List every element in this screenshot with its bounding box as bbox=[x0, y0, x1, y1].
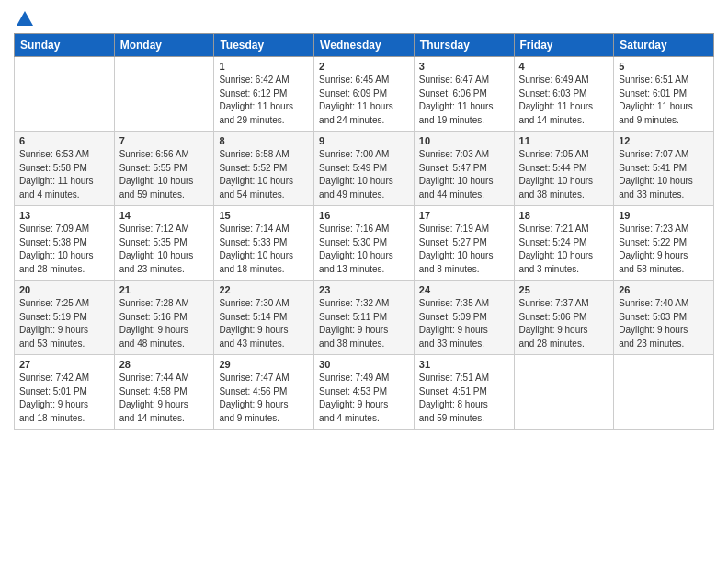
calendar-cell: 14Sunrise: 7:12 AM Sunset: 5:35 PM Dayli… bbox=[114, 206, 214, 281]
day-number: 15 bbox=[219, 210, 309, 221]
calendar-cell bbox=[614, 355, 714, 430]
day-number: 6 bbox=[19, 135, 109, 146]
calendar-cell bbox=[114, 57, 214, 132]
day-info: Sunrise: 7:28 AM Sunset: 5:16 PM Dayligh… bbox=[119, 297, 210, 350]
weekday-header-tuesday: Tuesday bbox=[214, 34, 314, 57]
calendar-cell: 5Sunrise: 6:51 AM Sunset: 6:01 PM Daylig… bbox=[614, 57, 714, 132]
calendar-cell: 7Sunrise: 6:56 AM Sunset: 5:55 PM Daylig… bbox=[114, 132, 214, 206]
day-info: Sunrise: 7:30 AM Sunset: 5:14 PM Dayligh… bbox=[219, 297, 309, 350]
day-number: 16 bbox=[319, 210, 409, 221]
calendar-cell: 15Sunrise: 7:14 AM Sunset: 5:33 PM Dayli… bbox=[214, 206, 314, 281]
day-number: 27 bbox=[19, 359, 109, 370]
day-number: 5 bbox=[619, 61, 709, 72]
day-info: Sunrise: 7:44 AM Sunset: 4:58 PM Dayligh… bbox=[119, 372, 210, 425]
weekday-header-monday: Monday bbox=[114, 34, 214, 57]
day-info: Sunrise: 7:32 AM Sunset: 5:11 PM Dayligh… bbox=[319, 297, 409, 350]
calendar-cell: 30Sunrise: 7:49 AM Sunset: 4:53 PM Dayli… bbox=[314, 355, 415, 430]
calendar-cell: 29Sunrise: 7:47 AM Sunset: 4:56 PM Dayli… bbox=[214, 355, 314, 430]
calendar-cell: 3Sunrise: 6:47 AM Sunset: 6:06 PM Daylig… bbox=[414, 57, 514, 132]
day-info: Sunrise: 7:37 AM Sunset: 5:06 PM Dayligh… bbox=[519, 297, 609, 350]
day-number: 31 bbox=[419, 359, 509, 370]
week-row-3: 13Sunrise: 7:09 AM Sunset: 5:38 PM Dayli… bbox=[15, 206, 714, 281]
day-info: Sunrise: 7:42 AM Sunset: 5:01 PM Dayligh… bbox=[19, 372, 109, 425]
week-row-5: 27Sunrise: 7:42 AM Sunset: 5:01 PM Dayli… bbox=[15, 355, 714, 430]
day-number: 23 bbox=[319, 284, 409, 295]
calendar-cell: 16Sunrise: 7:16 AM Sunset: 5:30 PM Dayli… bbox=[314, 206, 415, 281]
day-number: 8 bbox=[219, 135, 309, 146]
calendar-cell: 2Sunrise: 6:45 AM Sunset: 6:09 PM Daylig… bbox=[314, 57, 415, 132]
day-number: 25 bbox=[519, 284, 609, 295]
calendar-cell: 23Sunrise: 7:32 AM Sunset: 5:11 PM Dayli… bbox=[314, 281, 415, 355]
day-number: 30 bbox=[319, 359, 409, 370]
day-info: Sunrise: 7:16 AM Sunset: 5:30 PM Dayligh… bbox=[319, 223, 409, 276]
day-info: Sunrise: 7:14 AM Sunset: 5:33 PM Dayligh… bbox=[219, 223, 309, 276]
day-number: 20 bbox=[19, 284, 109, 295]
weekday-header-friday: Friday bbox=[514, 34, 614, 57]
calendar-cell: 9Sunrise: 7:00 AM Sunset: 5:49 PM Daylig… bbox=[314, 132, 415, 206]
header bbox=[14, 9, 714, 26]
day-info: Sunrise: 6:47 AM Sunset: 6:06 PM Dayligh… bbox=[419, 74, 509, 127]
day-number: 19 bbox=[619, 210, 709, 221]
svg-marker-0 bbox=[17, 11, 33, 26]
day-number: 12 bbox=[619, 135, 709, 146]
calendar-cell: 4Sunrise: 6:49 AM Sunset: 6:03 PM Daylig… bbox=[514, 57, 614, 132]
day-info: Sunrise: 7:09 AM Sunset: 5:38 PM Dayligh… bbox=[19, 223, 109, 276]
day-number: 24 bbox=[419, 284, 509, 295]
calendar-cell: 28Sunrise: 7:44 AM Sunset: 4:58 PM Dayli… bbox=[114, 355, 214, 430]
day-number: 10 bbox=[419, 135, 509, 146]
day-info: Sunrise: 7:07 AM Sunset: 5:41 PM Dayligh… bbox=[619, 148, 709, 201]
calendar-cell: 18Sunrise: 7:21 AM Sunset: 5:24 PM Dayli… bbox=[514, 206, 614, 281]
calendar-cell: 1Sunrise: 6:42 AM Sunset: 6:12 PM Daylig… bbox=[214, 57, 314, 132]
day-info: Sunrise: 7:49 AM Sunset: 4:53 PM Dayligh… bbox=[319, 372, 409, 425]
day-number: 13 bbox=[19, 210, 109, 221]
calendar-cell: 27Sunrise: 7:42 AM Sunset: 5:01 PM Dayli… bbox=[15, 355, 115, 430]
calendar-cell: 21Sunrise: 7:28 AM Sunset: 5:16 PM Dayli… bbox=[114, 281, 214, 355]
calendar-cell: 22Sunrise: 7:30 AM Sunset: 5:14 PM Dayli… bbox=[214, 281, 314, 355]
day-info: Sunrise: 6:58 AM Sunset: 5:52 PM Dayligh… bbox=[219, 148, 309, 201]
day-number: 11 bbox=[519, 135, 609, 146]
calendar-cell: 12Sunrise: 7:07 AM Sunset: 5:41 PM Dayli… bbox=[614, 132, 714, 206]
day-info: Sunrise: 6:49 AM Sunset: 6:03 PM Dayligh… bbox=[519, 74, 609, 127]
day-number: 3 bbox=[419, 61, 509, 72]
day-number: 26 bbox=[619, 284, 709, 295]
weekday-header-thursday: Thursday bbox=[414, 34, 514, 57]
day-number: 28 bbox=[119, 359, 210, 370]
day-info: Sunrise: 6:45 AM Sunset: 6:09 PM Dayligh… bbox=[319, 74, 409, 127]
day-number: 29 bbox=[219, 359, 309, 370]
day-info: Sunrise: 7:23 AM Sunset: 5:22 PM Dayligh… bbox=[619, 223, 709, 276]
day-info: Sunrise: 7:03 AM Sunset: 5:47 PM Dayligh… bbox=[419, 148, 509, 201]
calendar-cell: 17Sunrise: 7:19 AM Sunset: 5:27 PM Dayli… bbox=[414, 206, 514, 281]
day-info: Sunrise: 7:35 AM Sunset: 5:09 PM Dayligh… bbox=[419, 297, 509, 350]
day-info: Sunrise: 6:56 AM Sunset: 5:55 PM Dayligh… bbox=[119, 148, 210, 201]
day-info: Sunrise: 6:42 AM Sunset: 6:12 PM Dayligh… bbox=[219, 74, 309, 127]
day-number: 21 bbox=[119, 284, 210, 295]
day-info: Sunrise: 7:47 AM Sunset: 4:56 PM Dayligh… bbox=[219, 372, 309, 425]
day-info: Sunrise: 7:00 AM Sunset: 5:49 PM Dayligh… bbox=[319, 148, 409, 201]
day-info: Sunrise: 7:12 AM Sunset: 5:35 PM Dayligh… bbox=[119, 223, 210, 276]
calendar-cell bbox=[514, 355, 614, 430]
calendar-cell: 10Sunrise: 7:03 AM Sunset: 5:47 PM Dayli… bbox=[414, 132, 514, 206]
calendar-cell: 26Sunrise: 7:40 AM Sunset: 5:03 PM Dayli… bbox=[614, 281, 714, 355]
calendar-cell: 31Sunrise: 7:51 AM Sunset: 4:51 PM Dayli… bbox=[414, 355, 514, 430]
day-info: Sunrise: 6:51 AM Sunset: 6:01 PM Dayligh… bbox=[619, 74, 709, 127]
day-info: Sunrise: 7:40 AM Sunset: 5:03 PM Dayligh… bbox=[619, 297, 709, 350]
day-number: 18 bbox=[519, 210, 609, 221]
weekday-header-wednesday: Wednesday bbox=[314, 34, 415, 57]
day-info: Sunrise: 7:05 AM Sunset: 5:44 PM Dayligh… bbox=[519, 148, 609, 201]
day-number: 9 bbox=[319, 135, 409, 146]
calendar-cell: 11Sunrise: 7:05 AM Sunset: 5:44 PM Dayli… bbox=[514, 132, 614, 206]
calendar-cell: 25Sunrise: 7:37 AM Sunset: 5:06 PM Dayli… bbox=[514, 281, 614, 355]
day-number: 4 bbox=[519, 61, 609, 72]
logo bbox=[14, 9, 36, 26]
calendar-cell: 13Sunrise: 7:09 AM Sunset: 5:38 PM Dayli… bbox=[15, 206, 115, 281]
page: SundayMondayTuesdayWednesdayThursdayFrid… bbox=[0, 0, 728, 563]
logo-icon bbox=[15, 9, 35, 29]
calendar-cell: 19Sunrise: 7:23 AM Sunset: 5:22 PM Dayli… bbox=[614, 206, 714, 281]
week-row-2: 6Sunrise: 6:53 AM Sunset: 5:58 PM Daylig… bbox=[15, 132, 714, 206]
day-number: 17 bbox=[419, 210, 509, 221]
calendar-table: SundayMondayTuesdayWednesdayThursdayFrid… bbox=[14, 33, 714, 430]
day-info: Sunrise: 7:51 AM Sunset: 4:51 PM Dayligh… bbox=[419, 372, 509, 425]
day-info: Sunrise: 7:19 AM Sunset: 5:27 PM Dayligh… bbox=[419, 223, 509, 276]
weekday-header-row: SundayMondayTuesdayWednesdayThursdayFrid… bbox=[15, 34, 714, 57]
day-number: 14 bbox=[119, 210, 210, 221]
